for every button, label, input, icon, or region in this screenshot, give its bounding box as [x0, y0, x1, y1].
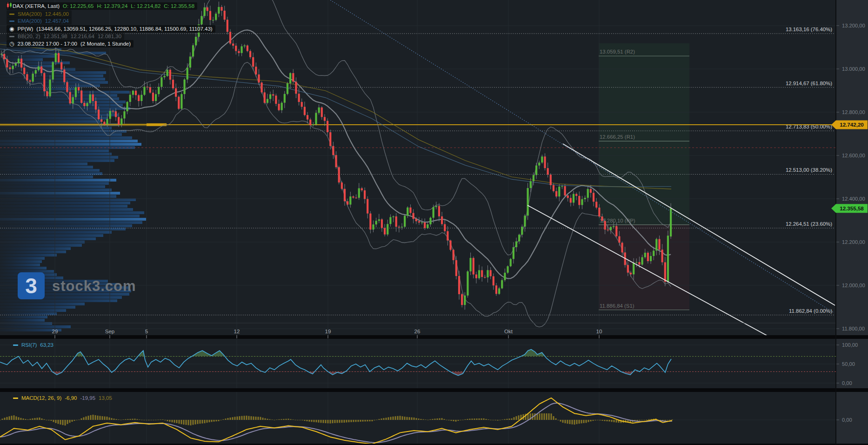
svg-text:11.800,00: 11.800,00	[842, 326, 865, 331]
macd-dash-icon	[13, 398, 18, 399]
yellow-line-price-tag: 12.742,20	[831, 120, 868, 129]
svg-text:5: 5	[145, 328, 148, 334]
macd-name: MACD(12, 26, 9)	[21, 395, 61, 401]
macd-signal-value: -19,95	[80, 395, 96, 401]
pivot-name: PP(W)	[17, 26, 33, 32]
svg-text:11.862,84 (0.00%): 11.862,84 (0.00%)	[789, 308, 832, 314]
svg-text:12.800,00: 12.800,00	[842, 109, 865, 115]
svg-text:26: 26	[414, 328, 421, 334]
bb-middle: 12.216,64	[71, 34, 94, 39]
ohlc-high: H: 12.379,24	[97, 3, 127, 9]
pivot-target-icon: ◉	[9, 26, 14, 32]
legend-macd-row[interactable]: MACD(12, 26, 9) -6,90 -19,95 13,05	[10, 394, 115, 402]
timeframe-meta: (2 Monate, 1 Stunde)	[80, 41, 131, 47]
svg-text:50,00: 50,00	[842, 361, 855, 367]
rsi-value: 63,23	[40, 342, 53, 348]
svg-text:10: 10	[596, 328, 602, 334]
session-range: 23.08.2022 17:00 - 17:00	[17, 41, 77, 47]
legend-sma-row[interactable]: SMA(200) 12.445,00	[7, 10, 72, 18]
rsi-name: RSI(7)	[21, 342, 37, 348]
bb-upper: 12.351,98	[44, 34, 67, 39]
svg-text:12.400,00: 12.400,00	[842, 196, 865, 202]
sma-name: SMA(200)	[18, 11, 42, 17]
svg-text:19: 19	[325, 328, 331, 334]
svg-text:12.742,20: 12.742,20	[840, 121, 864, 128]
ema-value: 12.457,04	[45, 18, 69, 24]
sma-value: 12.445,00	[45, 11, 69, 17]
svg-text:12.000,00: 12.000,00	[842, 283, 865, 288]
svg-text:100,00: 100,00	[842, 342, 858, 348]
ohlc-open: O: 12.225,65	[63, 3, 94, 9]
symbol-title: DAX (XETRA, Last)	[13, 3, 60, 9]
clock-icon: ◷	[9, 40, 14, 47]
svg-text:12: 12	[234, 328, 240, 334]
bb-dash-icon	[9, 36, 14, 37]
svg-text:Okt: Okt	[504, 328, 513, 334]
svg-text:12.200,00: 12.200,00	[842, 239, 865, 245]
stock3-watermark-text: stock3.com	[52, 278, 136, 295]
sma-dash-icon	[9, 13, 14, 15]
svg-text:Sep: Sep	[105, 328, 115, 334]
svg-text:12.355,58: 12.355,58	[840, 205, 864, 211]
svg-text:0,00: 0,00	[842, 380, 852, 386]
ohlc-close: C: 12.355,58	[164, 3, 194, 9]
svg-text:12.600,00: 12.600,00	[842, 153, 865, 158]
legend-ema-row[interactable]: EMA(200) 12.457,04	[7, 17, 72, 25]
legend-bb-row[interactable]: BB(20, 2) 12.351,98 12.216,64 12.081,30	[7, 33, 124, 40]
legend-rsi-row[interactable]: RSI(7) 63,23	[10, 341, 56, 349]
trading-chart-window: 13.163,16 (76.40%)12.914,67 (61.80%)12.7…	[0, 0, 868, 445]
bb-lower: 12.081,30	[98, 34, 121, 39]
ohlc-low: L: 12.214,82	[131, 3, 160, 9]
svg-text:12.513,00 (38.20%): 12.513,00 (38.20%)	[786, 167, 832, 173]
svg-text:12.666,25 (R1): 12.666,25 (R1)	[600, 134, 635, 140]
pivot-values: (13445.66, 13059.51, 12666.25, 12280.10,…	[36, 26, 212, 32]
legend-symbol-row[interactable]: DAX (XETRA, Last) O: 12.225,65 H: 12.379…	[7, 2, 197, 10]
macd-hist-value: 13,05	[99, 395, 112, 401]
legend-pivot-row[interactable]: ◉ PP(W) (13445.66, 13059.51, 12666.25, 1…	[7, 25, 215, 33]
svg-text:12.914,67 (61.80%): 12.914,67 (61.80%)	[786, 81, 832, 86]
chart-canvas[interactable]: 13.163,16 (76.40%)12.914,67 (61.80%)12.7…	[0, 0, 868, 445]
rsi-dash-icon	[13, 344, 18, 346]
svg-text:13.059,51 (R2): 13.059,51 (R2)	[600, 49, 635, 54]
svg-text:12.264,51 (23.60%): 12.264,51 (23.60%)	[786, 221, 832, 227]
stock3-logo: 3	[18, 272, 45, 299]
svg-text:13.000,00: 13.000,00	[842, 66, 865, 72]
ema-name: EMA(200)	[18, 18, 42, 24]
ema-dash-icon	[9, 20, 14, 22]
svg-text:13.163,16 (76.40%): 13.163,16 (76.40%)	[786, 27, 832, 32]
svg-text:11.886,84 (S1): 11.886,84 (S1)	[600, 303, 634, 309]
svg-text:0,00: 0,00	[842, 417, 852, 423]
legend-timeframe-row[interactable]: ◷ 23.08.2022 17:00 - 17:00 (2 Monate, 1 …	[7, 40, 134, 47]
bb-name: BB(20, 2)	[18, 34, 40, 39]
macd-value: -6,90	[65, 395, 77, 401]
stock3-logo-glyph: 3	[25, 273, 37, 298]
current-price-tag: 12.355,58	[831, 204, 868, 213]
svg-text:13.200,00: 13.200,00	[842, 23, 865, 28]
svg-text:29: 29	[52, 328, 58, 334]
